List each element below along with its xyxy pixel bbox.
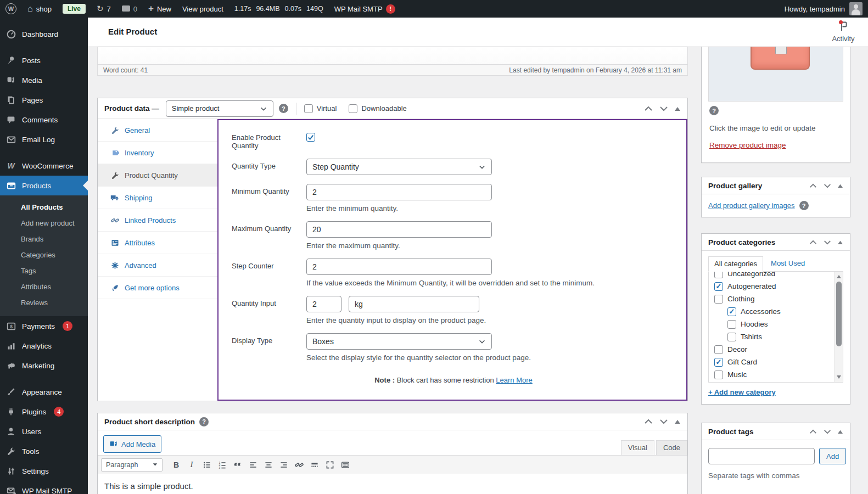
italic-button[interactable]: I — [184, 458, 199, 472]
move-down-icon[interactable] — [823, 182, 832, 189]
add-media-button[interactable]: Add Media — [103, 435, 161, 453]
scroll-up-arrow[interactable] — [837, 275, 841, 278]
move-down-icon[interactable] — [823, 428, 832, 435]
help-icon[interactable]: ? — [199, 417, 209, 426]
quantity-type-select[interactable]: Step Quantity — [306, 159, 492, 175]
help-icon[interactable]: ? — [709, 106, 719, 115]
toggle-panel-icon[interactable] — [837, 183, 843, 188]
tab-get-more-options[interactable]: Get more options — [98, 277, 217, 299]
sidebar-item-email-log[interactable]: Email Log — [0, 130, 88, 149]
category-row-music[interactable]: Music — [714, 368, 834, 381]
tab-code[interactable]: Code — [656, 440, 687, 455]
move-up-icon[interactable] — [809, 428, 817, 435]
move-up-icon[interactable] — [809, 182, 817, 189]
sidebar-item-comments[interactable]: Comments — [0, 110, 88, 130]
category-row-uncategorized[interactable]: Uncategorized — [714, 272, 834, 280]
downloadable-checkbox-row[interactable]: Downloadable — [349, 104, 406, 113]
submenu-tags[interactable]: Tags — [0, 263, 88, 279]
virtual-checkbox-row[interactable]: Virtual — [304, 104, 337, 113]
insert-link-button[interactable] — [292, 458, 306, 472]
sidebar-item-appearance[interactable]: Appearance — [0, 382, 88, 402]
category-checkbox[interactable]: ✓ — [727, 307, 736, 316]
new-content-menu[interactable]: + New — [143, 0, 177, 18]
toolbar-toggle-button[interactable] — [338, 458, 352, 472]
sidebar-item-payments[interactable]: $ Payments 1 — [0, 316, 88, 336]
category-row-clothing[interactable]: Clothing — [714, 293, 834, 305]
category-row-gift-card[interactable]: ✓ Gift Card — [714, 356, 834, 368]
tab-most-used[interactable]: Most Used — [771, 259, 805, 271]
tab-general[interactable]: General — [98, 119, 217, 142]
tab-inventory[interactable]: Inventory — [98, 142, 217, 164]
scrollbar-thumb[interactable] — [836, 282, 842, 346]
category-row-accessories[interactable]: ✓ Accessories — [714, 305, 834, 318]
tab-all-categories[interactable]: All categories — [708, 256, 763, 272]
activity-button[interactable]: Activity — [831, 21, 856, 43]
tab-advanced[interactable]: Advanced — [98, 254, 217, 277]
learn-more-link[interactable]: Learn More — [496, 376, 532, 384]
move-up-icon[interactable] — [643, 418, 653, 425]
sidebar-item-woocommerce[interactable]: W WooCommerce — [0, 156, 88, 176]
tab-shipping[interactable]: Shipping — [98, 187, 217, 209]
category-checkbox[interactable] — [727, 333, 736, 341]
category-checkbox[interactable] — [727, 320, 736, 329]
move-down-icon[interactable] — [659, 418, 669, 425]
submenu-all-products[interactable]: All Products — [0, 199, 88, 215]
site-link[interactable]: ⌂ shop — [22, 0, 57, 18]
move-up-icon[interactable] — [809, 239, 817, 246]
category-checkbox[interactable]: ✓ — [714, 282, 723, 291]
category-checkbox[interactable] — [714, 272, 723, 278]
sidebar-item-products[interactable]: Products — [0, 176, 88, 195]
avatar[interactable] — [849, 2, 863, 15]
new-tag-input[interactable] — [708, 448, 815, 464]
add-new-category-link[interactable]: + Add new category — [708, 388, 776, 396]
tab-visual[interactable]: Visual — [621, 440, 654, 455]
add-tag-button[interactable]: Add — [819, 448, 846, 464]
wp-mail-smtp-link[interactable]: WP Mail SMTP ! — [329, 0, 401, 18]
display-type-select[interactable]: Boxes — [306, 333, 492, 350]
maximum-quantity-input[interactable] — [306, 221, 492, 238]
read-more-tag-button[interactable] — [307, 458, 322, 472]
step-counter-input[interactable] — [306, 259, 492, 275]
category-checkbox[interactable] — [714, 370, 723, 379]
remove-product-image-link[interactable]: Remove product image — [709, 141, 786, 149]
add-gallery-images-link[interactable]: Add product gallery images — [708, 201, 795, 210]
short-description-content[interactable]: This is a simple product. — [98, 474, 687, 494]
help-icon[interactable]: ? — [279, 104, 288, 113]
category-row-decor[interactable]: Decor — [714, 343, 834, 356]
minimum-quantity-input[interactable] — [306, 184, 492, 200]
help-icon[interactable]: ? — [799, 201, 809, 210]
quantity-input-value[interactable] — [306, 296, 341, 312]
sidebar-item-dashboard[interactable]: Dashboard — [0, 24, 88, 44]
category-row-tshirts[interactable]: Tshirts — [714, 330, 834, 343]
toggle-panel-icon[interactable] — [674, 106, 681, 111]
product-image[interactable] — [708, 47, 843, 102]
paragraph-format-select[interactable]: Paragraph — [101, 458, 163, 471]
toggle-panel-icon[interactable] — [837, 240, 843, 245]
query-monitor-stats[interactable]: 1.17s 96.4MB 0.07s 149Q — [229, 5, 329, 13]
blockquote-button[interactable] — [231, 458, 245, 472]
sidebar-item-media[interactable]: Media — [0, 70, 88, 90]
category-checkbox[interactable]: ✓ — [714, 358, 723, 367]
move-up-icon[interactable] — [643, 105, 653, 113]
bullet-list-button[interactable] — [200, 458, 214, 472]
sidebar-item-settings[interactable]: Settings — [0, 461, 88, 481]
tab-linked-products[interactable]: Linked Products — [98, 209, 217, 232]
downloadable-checkbox[interactable] — [349, 104, 357, 113]
move-down-icon[interactable] — [659, 105, 669, 113]
align-right-button[interactable] — [277, 458, 291, 472]
submenu-reviews[interactable]: Reviews — [0, 295, 88, 311]
fullscreen-button[interactable] — [323, 458, 337, 472]
toggle-panel-icon[interactable] — [837, 429, 843, 434]
tab-attributes[interactable]: Attributes — [98, 232, 217, 254]
sidebar-item-plugins[interactable]: Plugins 4 — [0, 402, 88, 422]
submenu-attributes[interactable]: Attributes — [0, 279, 88, 295]
wordpress-menu[interactable]: W — [0, 0, 22, 18]
submenu-brands[interactable]: Brands — [0, 231, 88, 247]
sidebar-item-users[interactable]: Users — [0, 422, 88, 441]
updates-link[interactable]: ↻ 7 — [91, 0, 116, 18]
sidebar-item-wp-mail-smtp[interactable]: WP Mail SMTP — [0, 481, 88, 494]
submenu-categories[interactable]: Categories — [0, 247, 88, 263]
category-row-autogenerated[interactable]: ✓ Autogenerated — [714, 280, 834, 293]
align-center-button[interactable] — [261, 458, 276, 472]
category-scrollbar[interactable] — [834, 272, 843, 382]
